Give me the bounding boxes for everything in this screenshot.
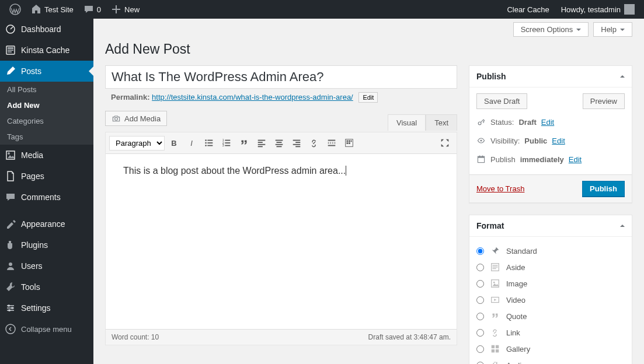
link-button[interactable] [306,135,322,151]
tab-text[interactable]: Text [426,114,457,131]
menu-settings[interactable]: Settings [0,298,93,318]
edit-permalink-button[interactable]: Edit [358,92,378,103]
publish-button[interactable]: Publish [582,181,625,197]
move-to-trash[interactable]: Move to Trash [476,184,524,193]
format-standard[interactable]: Standard [476,243,625,259]
tab-visual[interactable]: Visual [388,114,426,131]
format-select[interactable]: Paragraph [109,136,165,150]
menu-plugins[interactable]: Plugins [0,235,93,256]
toolbar-toggle-button[interactable] [341,135,357,151]
clear-cache[interactable]: Clear Cache [500,0,554,19]
bullet-list-button[interactable] [201,135,217,151]
svg-rect-48 [349,142,350,144]
eye-icon [476,136,486,145]
svg-point-18 [205,142,207,144]
collapse-menu[interactable]: Collapse menu [0,318,93,340]
svg-rect-64 [492,349,495,352]
svg-rect-5 [8,51,12,52]
format-video[interactable]: Video [476,292,625,308]
comments-link[interactable]: 0 [78,0,106,19]
svg-rect-44 [347,141,349,142]
editor-content[interactable]: This is a blog post about the WordPress … [106,154,457,329]
align-right-button[interactable] [288,135,305,151]
svg-rect-33 [277,142,282,143]
save-draft-button[interactable]: Save Draft [476,93,527,109]
svg-point-15 [115,117,118,120]
quote-icon [490,311,500,321]
camera-icon [112,114,121,123]
svg-point-60 [493,282,495,284]
format-gallery[interactable]: Gallery [476,341,625,357]
svg-rect-34 [276,144,283,145]
number-list-button[interactable]: 123 [218,135,235,151]
submenu-add-new[interactable]: Add New [0,97,93,113]
align-center-button[interactable] [271,135,287,151]
audio-icon [490,360,500,364]
svg-rect-21 [207,145,213,146]
svg-rect-17 [207,140,213,141]
format-link[interactable]: Link [476,324,625,341]
menu-dashboard[interactable]: Dashboard [0,19,93,40]
menu-kinsta[interactable]: Kinsta Cache [0,40,93,61]
svg-rect-65 [496,349,499,352]
menu-users[interactable]: Users [0,256,93,276]
submenu-tags[interactable]: Tags [0,129,93,145]
bold-button[interactable]: B [166,135,182,151]
menu-posts[interactable]: Posts [0,61,93,82]
help-button[interactable]: Help [593,22,632,37]
new-link[interactable]: New [106,0,144,19]
svg-rect-53 [479,156,481,157]
svg-rect-58 [493,268,496,269]
add-media-button[interactable]: Add Media [105,111,167,126]
menu-media[interactable]: Media [0,145,93,166]
italic-button[interactable]: I [183,135,200,151]
screen-options-button[interactable]: Screen Options [513,22,589,37]
submenu-all-posts[interactable]: All Posts [0,82,93,97]
svg-rect-23 [225,140,230,141]
edit-status[interactable]: Edit [541,118,554,127]
svg-rect-25 [225,142,230,144]
svg-rect-3 [8,47,13,49]
format-aside[interactable]: Aside [476,259,625,275]
align-left-button[interactable] [253,135,270,151]
svg-point-12 [11,307,13,309]
blockquote-button[interactable] [236,135,252,151]
my-account[interactable]: Howdy, testadmin [554,0,639,19]
site-name[interactable]: Test Site [26,0,78,19]
svg-rect-41 [328,142,336,144]
key-icon [476,117,486,127]
edit-publish-date[interactable]: Edit [569,155,582,164]
svg-rect-35 [277,146,282,147]
svg-rect-52 [478,156,484,158]
gallery-icon [490,344,500,354]
wp-logo[interactable] [5,0,26,19]
format-quote[interactable]: Quote [476,308,625,324]
edit-visibility[interactable]: Edit [552,136,565,145]
svg-point-6 [8,152,10,155]
readmore-button[interactable] [323,135,340,151]
publish-box-toggle[interactable]: Publish [469,66,632,88]
format-audio[interactable]: Audio [476,357,625,364]
word-count: Word count: 10 [112,333,159,341]
link-icon [490,327,500,338]
svg-rect-40 [328,140,336,141]
aside-icon [490,262,500,272]
admin-menu: Dashboard Kinsta Cache Posts All Posts A… [0,19,93,364]
fullscreen-button[interactable] [437,135,453,151]
menu-pages[interactable]: Pages [0,166,93,187]
image-icon [490,278,500,289]
menu-appearance[interactable]: Appearance [0,214,93,235]
menu-comments[interactable]: Comments [0,187,93,208]
editor-toolbar: Paragraph B I 123 [106,132,457,154]
menu-tools[interactable]: Tools [0,276,93,298]
permalink-url[interactable]: http://testsite.kinsta.com/what-is-the-w… [152,93,353,102]
svg-point-20 [205,145,207,146]
svg-rect-36 [293,140,301,141]
svg-rect-45 [349,141,350,142]
svg-point-11 [8,304,10,307]
preview-button[interactable]: Preview [583,93,625,109]
post-title-input[interactable] [105,65,457,89]
format-image[interactable]: Image [476,275,625,292]
submenu-categories[interactable]: Categories [0,113,93,129]
format-box-toggle[interactable]: Format [469,215,632,237]
